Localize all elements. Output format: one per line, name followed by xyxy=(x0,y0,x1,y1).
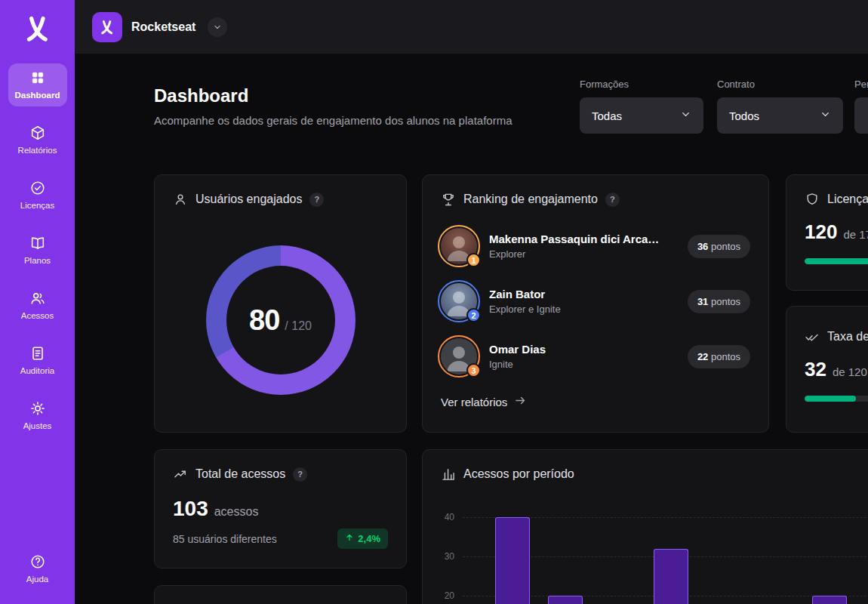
rocketseat-logo-icon xyxy=(22,12,54,45)
ranking-row: 1 Makenna Passaquin dici Arca… Explorer … xyxy=(441,228,750,264)
chevron-down-icon xyxy=(208,17,227,37)
filter-value: Todos xyxy=(729,109,759,122)
rank-badge: 2 xyxy=(466,308,481,322)
sidebar-item-licencas[interactable]: Licenças xyxy=(8,174,67,217)
y-tick-label: 30 xyxy=(433,551,454,562)
sidebar-item-ajuda[interactable]: Ajuda xyxy=(8,547,67,590)
question-circle-icon xyxy=(29,553,46,570)
bar-chart-icon xyxy=(441,467,456,482)
sidebar-item-relatorios[interactable]: Relatórios xyxy=(8,119,67,162)
card-acessos-por-periodo: 403020 Acessos por período xyxy=(422,449,868,604)
chart-bar xyxy=(654,549,688,604)
ranking-user-name: Makenna Passaquin dici Arca… xyxy=(489,233,659,245)
filter-contrato-select[interactable]: Todos xyxy=(717,97,843,134)
ranking-row: 2 Zain Bator Explorer e Ignite 31 pontos xyxy=(441,283,750,319)
ranking-row: 3 Omar Dias Ignite 22 pontos xyxy=(441,338,750,374)
chart-bar xyxy=(548,596,583,604)
completion-total: de 120 xyxy=(833,365,867,378)
card-licencas: Licenças 120 de 170 xyxy=(786,174,868,291)
completion-progress xyxy=(805,396,868,402)
ranking-list: 1 Makenna Passaquin dici Arca… Explorer … xyxy=(441,228,750,374)
filter-contrato: Contrato Todos xyxy=(717,79,843,134)
trend-up-icon xyxy=(173,467,188,482)
sidebar-item-label: Auditoria xyxy=(20,366,54,375)
sidebar-item-auditoria[interactable]: Auditoria xyxy=(8,339,67,382)
licenses-value: 120 xyxy=(805,220,837,244)
card-partial xyxy=(154,585,407,604)
document-icon xyxy=(29,345,46,362)
org-switcher[interactable]: Rocketseat xyxy=(92,12,227,42)
engaged-donut: 80 / 120 xyxy=(206,245,356,395)
card-usuarios-engajados: Usuários engajados ? 80 / 120 xyxy=(154,174,407,433)
points-suffix: pontos xyxy=(708,296,740,307)
sidebar-item-label: Acessos xyxy=(21,311,54,320)
link-label: Ver relatórios xyxy=(441,396,507,408)
points-value: 36 xyxy=(697,241,708,252)
sidebar-item-planos[interactable]: Planos xyxy=(8,229,67,272)
card-ranking-engajamento: Ranking de engajamento ? 1 Makenna Passa… xyxy=(422,174,769,433)
page-subtitle: Acompanhe os dados gerais de engajamento… xyxy=(154,114,512,127)
help-badge[interactable]: ? xyxy=(293,467,307,482)
filter-periodo-select[interactable] xyxy=(854,97,868,134)
completion-progress-fill xyxy=(805,396,856,402)
card-title: Total de acessos xyxy=(195,467,285,481)
points-value: 22 xyxy=(697,351,708,362)
ranking-user-tier: Ignite xyxy=(489,359,546,370)
box-icon xyxy=(29,125,46,141)
trophy-icon xyxy=(441,192,456,207)
rank-badge: 3 xyxy=(466,363,481,378)
points-value: 31 xyxy=(697,296,708,307)
topbar: Rocketseat xyxy=(75,0,868,54)
filter-label: Contrato xyxy=(717,79,843,90)
rank-badge: 1 xyxy=(466,253,481,267)
card-title: Usuários engajados xyxy=(195,193,302,206)
points-badge: 36 pontos xyxy=(688,235,750,258)
filter-value: Todas xyxy=(592,109,622,122)
delta-badge: 2,4% xyxy=(337,528,388,549)
sidebar-item-label: Licenças xyxy=(20,201,54,210)
sidebar: Dashboard Relatórios Licenças xyxy=(0,0,75,604)
gear-icon xyxy=(29,400,46,417)
y-tick-label: 20 xyxy=(433,590,454,601)
chevron-down-icon xyxy=(820,109,831,122)
points-badge: 22 pontos xyxy=(688,345,750,368)
ranking-user-tier: Explorer e Ignite xyxy=(489,304,561,315)
filter-formacoes: Formações Todas xyxy=(580,79,703,134)
sidebar-nav: Dashboard Relatórios Licenças xyxy=(0,63,75,604)
card-taxa-conclusao: Taxa de conclusão 32 de 120 xyxy=(786,306,868,433)
sidebar-item-acessos[interactable]: Acessos xyxy=(8,284,67,327)
points-suffix: pontos xyxy=(708,351,740,362)
engaged-total: / 120 xyxy=(285,319,312,333)
licenses-progress xyxy=(805,258,868,264)
completion-value: 32 xyxy=(805,358,826,381)
sidebar-item-dashboard[interactable]: Dashboard xyxy=(8,63,67,106)
filter-label: Formações xyxy=(580,79,703,90)
shield-icon xyxy=(805,192,820,207)
sidebar-item-label: Ajustes xyxy=(23,421,52,430)
points-badge: 31 pontos xyxy=(688,290,750,313)
ranking-user-name: Zain Bator xyxy=(489,288,561,300)
sidebar-item-ajustes[interactable]: Ajustes xyxy=(8,394,67,437)
licenses-progress-fill xyxy=(805,258,868,264)
total-access-value: 103 xyxy=(173,497,208,521)
help-badge[interactable]: ? xyxy=(605,193,620,207)
sidebar-item-label: Relatórios xyxy=(18,146,57,155)
double-check-icon xyxy=(805,329,820,344)
rocketseat-badge-icon xyxy=(92,12,122,42)
grid-icon xyxy=(30,69,45,86)
chart-bar xyxy=(495,517,530,604)
filter-formacoes-select[interactable]: Todas xyxy=(580,97,703,134)
org-name: Rocketseat xyxy=(131,20,195,34)
ver-relatorios-link[interactable]: Ver relatórios xyxy=(441,394,527,409)
user-icon xyxy=(173,192,188,207)
page-title: Dashboard xyxy=(154,85,512,106)
card-title: Licenças xyxy=(827,193,868,206)
chart-bar xyxy=(812,596,847,604)
licenses-total: de 170 xyxy=(843,228,868,241)
sidebar-item-label: Dashboard xyxy=(14,91,60,100)
page-head: Dashboard Acompanhe os dados gerais de e… xyxy=(154,85,512,127)
chevron-down-icon xyxy=(680,109,691,122)
help-badge[interactable]: ? xyxy=(309,193,324,207)
points-suffix: pontos xyxy=(708,241,740,252)
users-icon xyxy=(29,290,46,307)
